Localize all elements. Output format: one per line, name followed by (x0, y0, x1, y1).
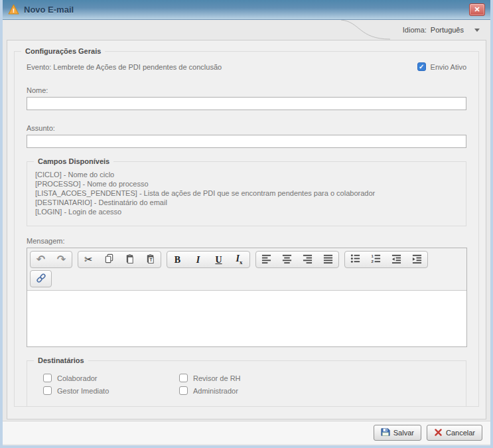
footer-bar: Salvar Cancelar (3, 421, 490, 444)
campo-line: [DESTINATARIO] - Destinatário do email (35, 198, 458, 207)
cut-button[interactable]: ✂ (78, 252, 99, 267)
title-bar[interactable]: ! Novo E-mail ✕ (3, 0, 490, 20)
remove-format-button[interactable]: Ix (229, 252, 249, 267)
link-button[interactable] (31, 271, 51, 287)
svg-text:!: ! (13, 7, 15, 14)
envio-ativo-label: Envio Ativo (431, 63, 466, 71)
italic-icon: I (196, 255, 200, 265)
close-button[interactable]: ✕ (469, 3, 485, 16)
language-value: Português (431, 26, 464, 34)
dest-option-colaborador[interactable]: Colaborador (43, 374, 179, 382)
checkbox-label: Revisor de RH (193, 374, 241, 382)
align-justify-icon (323, 254, 333, 265)
italic-button[interactable]: I (188, 252, 208, 267)
underline-button[interactable]: U (208, 252, 229, 267)
undo-button[interactable]: ↶ (31, 252, 51, 267)
warning-icon: ! (8, 4, 19, 16)
toolbar-group (255, 251, 339, 268)
save-button[interactable]: Salvar (374, 425, 421, 441)
link-icon (36, 273, 46, 285)
align-right-icon (303, 254, 313, 265)
outdent-button[interactable] (386, 252, 407, 267)
align-left-icon (261, 254, 271, 265)
indent-button[interactable] (407, 252, 427, 267)
checkbox-label: Administrador (193, 387, 238, 395)
align-center-icon (282, 254, 292, 265)
envio-ativo-checkbox[interactable]: ✓ (417, 62, 426, 71)
editor-toolbar: ↶↷✂TBIUIx12 (27, 248, 466, 291)
paste-icon (125, 254, 135, 265)
dest-option-administrador[interactable]: Administrador (179, 386, 458, 395)
campos-list: [CICLO] - Nome do ciclo[PROCESSO] - Nome… (35, 170, 458, 216)
campo-line: [LOGIN] - Login de acesso (35, 207, 458, 216)
window-title: Novo E-mail (24, 5, 74, 15)
destinatarios-options: ColaboradorGestor ImediatoRevisor de RHA… (43, 372, 458, 397)
fieldset-campos-disponiveis: Campos Disponíveis [CICLO] - Nome do cic… (27, 161, 466, 226)
campo-line: [CICLO] - Nome do ciclo (35, 170, 458, 179)
align-left-button[interactable] (256, 252, 277, 267)
evento-text: Evento: Lembrete de Ações de PDI pendent… (27, 63, 222, 71)
toolbar-group: ✂T (78, 251, 161, 268)
fieldset-legend: Campos Disponíveis (34, 157, 113, 165)
message-editor-area[interactable] (27, 291, 466, 346)
checkbox-gestor-imediato[interactable] (43, 386, 52, 395)
copy-icon (104, 254, 114, 265)
nome-label: Nome: (27, 86, 466, 94)
save-button-label: Salvar (393, 429, 414, 437)
fieldset-legend: Configurações Gerais (21, 47, 105, 55)
cancel-button-label: Cancelar (446, 429, 475, 437)
redo-button[interactable]: ↷ (51, 252, 72, 267)
undo-icon: ↶ (36, 254, 45, 265)
align-center-button[interactable] (277, 252, 297, 267)
paste-text-button[interactable]: T (140, 252, 161, 267)
toolbar-row-1: ↶↷✂TBIUIx12 (30, 251, 464, 268)
toolbar-group: BIUIx (167, 251, 250, 268)
fieldset-configuracoes-gerais: Configurações Gerais Evento: Lembrete de… (14, 51, 479, 407)
toolbar-group: 12 (344, 251, 428, 268)
checkbox-administrador[interactable] (179, 386, 188, 395)
align-justify-button[interactable] (318, 252, 338, 267)
toolbar-group: ↶↷ (30, 251, 72, 268)
checkbox-label: Gestor Imediato (57, 387, 109, 395)
dest-option-gestor-imediato[interactable]: Gestor Imediato (43, 386, 179, 395)
dest-option-revisor-de-rh[interactable]: Revisor de RH (179, 374, 458, 382)
assunto-label: Assunto: (27, 124, 466, 132)
mensagem-label: Mensagem: (27, 237, 466, 245)
language-label: Idioma: (403, 26, 427, 34)
outdent-icon (391, 254, 401, 265)
paste-text-icon: T (145, 254, 155, 265)
tab-curve-decoration (340, 20, 391, 40)
numbered-list-button[interactable]: 12 (366, 252, 386, 267)
chevron-down-icon (474, 29, 480, 32)
cut-icon: ✂ (84, 255, 93, 265)
align-right-button[interactable] (297, 252, 318, 267)
copy-button[interactable] (99, 252, 119, 267)
campo-line: [LISTA_ACOES_PENDENTES] - Lista de ações… (35, 188, 458, 198)
assunto-input[interactable] (27, 135, 466, 148)
checkbox-label: Colaborador (57, 374, 98, 382)
indent-icon (412, 254, 422, 265)
fieldset-legend: Destinatários (34, 356, 88, 364)
floppy-disk-icon (381, 427, 390, 438)
cancel-button[interactable]: Cancelar (427, 425, 482, 441)
toolbar-group (30, 270, 52, 287)
message-editor: ↶↷✂TBIUIx12 (27, 248, 467, 347)
numbered-list-icon: 12 (371, 254, 381, 265)
underline-icon: U (215, 255, 222, 265)
remove-format-icon: Ix (236, 254, 243, 265)
bold-button[interactable]: B (167, 252, 188, 267)
language-selector[interactable]: Idioma: Português (403, 26, 480, 34)
nome-input[interactable] (27, 97, 466, 110)
svg-text:1: 1 (371, 254, 374, 258)
checkbox-revisor-de-rh[interactable] (179, 374, 188, 382)
checkbox-colaborador[interactable] (43, 374, 52, 382)
paste-button[interactable] (119, 252, 140, 267)
novo-email-dialog: ! Novo E-mail ✕ Idioma: Português Config… (0, 0, 493, 448)
envio-ativo-option[interactable]: ✓ Envio Ativo (417, 62, 466, 71)
campo-line: [PROCESSO] - Nome do processo (35, 179, 458, 188)
cancel-x-icon (434, 428, 443, 438)
bullet-list-button[interactable] (345, 252, 366, 267)
main-panel: Configurações Gerais Evento: Lembrete de… (7, 40, 486, 419)
redo-icon: ↷ (57, 254, 66, 265)
svg-text:T: T (149, 258, 152, 262)
